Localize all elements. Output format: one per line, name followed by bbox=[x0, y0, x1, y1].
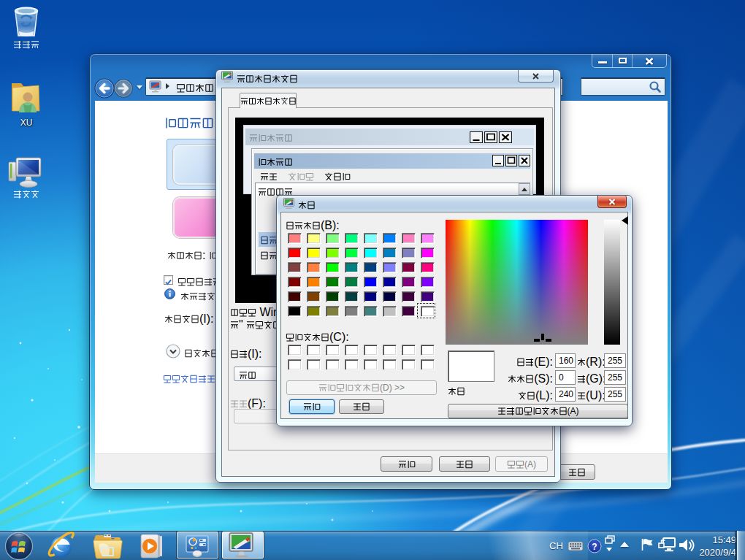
svg-text:?: ? bbox=[592, 542, 597, 552]
